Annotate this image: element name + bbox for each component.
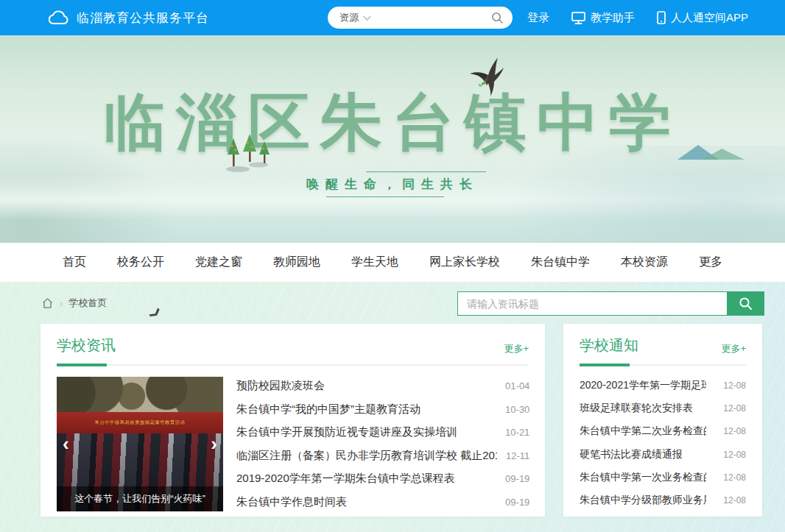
notice-title: 朱台镇中学分级部教师业务展 (580, 494, 706, 507)
brush-stroke-decoration: 》 (147, 306, 166, 324)
news-title: 预防校园欺凌班会 (236, 379, 325, 393)
nav-item-home[interactable]: 首页 (63, 255, 86, 270)
login-link[interactable]: 登录 (527, 11, 549, 25)
search-category-label: 资源 (339, 11, 359, 24)
nav-item-zhutai-school[interactable]: 朱台镇中学 (531, 255, 590, 270)
slogan-line-top (366, 171, 486, 172)
school-banner: 临淄区朱台镇中学 唤醒生命，同生共长 (0, 35, 785, 243)
news-title: 朱台镇中学开展预防近视专题讲座及实操培训 (236, 425, 457, 439)
breadcrumb: › 学校首页 (41, 297, 107, 310)
notice-item[interactable]: 硬笔书法比赛成绩通报 12-08 (580, 448, 746, 461)
breadcrumb-current: 学校首页 (68, 297, 107, 310)
school-news-panel: 学校资讯 更多+ 朱台中学移风易俗禁放烟花爆竹教育活动 ‹ › 这个春节，让我们… (41, 324, 545, 517)
school-name-title: 临淄区朱台镇中学 (0, 81, 785, 165)
trees-illustration (223, 132, 272, 177)
news-title: 2019-2020学年第一学期朱台镇中学总课程表 (236, 472, 455, 486)
notice-title: 班级足球联赛轮次安排表 (580, 402, 693, 415)
page: 临淄教育公共服务平台 资源 登录 教学助手 (0, 0, 785, 532)
main-navigation: 首页 校务公开 党建之窗 教师园地 学生天地 网上家长学校 朱台镇中学 本校资源… (0, 243, 785, 282)
news-date: 10-21 (505, 427, 529, 438)
news-search-input[interactable] (457, 291, 727, 316)
news-item[interactable]: 朱台镇中学开展预防近视专题讲座及实操培训 10-21 (236, 425, 529, 439)
news-search-bar (457, 291, 764, 316)
notice-date: 12-08 (723, 495, 746, 506)
cloud-icon (49, 10, 69, 25)
notice-item[interactable]: 班级足球联赛轮次安排表 12-08 (580, 402, 746, 415)
news-date: 09-19 (505, 473, 529, 484)
carousel-photo-trees (57, 377, 223, 412)
notice-date: 12-08 (723, 380, 746, 391)
nav-item-party-window[interactable]: 党建之窗 (195, 255, 242, 270)
notice-item[interactable]: 2020-2021学年第一学期足球 12-08 (580, 379, 746, 392)
news-search-button[interactable] (727, 291, 764, 316)
content-area: › 学校首页 》 学校资讯 更多+ 朱台中学移风易俗禁放烟花爆竹 (0, 282, 785, 532)
notice-item[interactable]: 朱台镇中学第一次业务检查的 12-08 (580, 471, 746, 484)
news-item[interactable]: 预防校园欺凌班会 01-04 (236, 379, 529, 393)
search-icon (739, 297, 753, 311)
top-bar: 临淄教育公共服务平台 资源 登录 教学助手 (0, 0, 785, 35)
notice-title: 2020-2021学年第一学期足球 (580, 379, 706, 392)
breadcrumb-separator-icon: › (60, 298, 63, 309)
news-title: 临淄区注册（备案）民办非学历教育培训学校 截止2019 (236, 449, 497, 463)
slogan-line-bottom (326, 196, 444, 197)
news-item[interactable]: 朱台镇中学作息时间表 09-19 (236, 495, 529, 509)
nav-item-school-resources[interactable]: 本校资源 (621, 255, 668, 270)
news-date: 10-30 (505, 404, 529, 415)
news-date: 09-19 (505, 497, 529, 508)
login-label: 登录 (527, 11, 549, 25)
platform-title: 临淄教育公共服务平台 (77, 10, 209, 26)
notice-date: 12-08 (723, 450, 746, 460)
nav-item-student-world[interactable]: 学生天地 (351, 255, 398, 270)
notice-more-link[interactable]: 更多+ (721, 342, 746, 355)
notice-date: 12-08 (723, 472, 746, 483)
news-panel-body: 朱台中学移风易俗禁放烟花爆竹教育活动 ‹ › 这个春节，让我们告别“火药味” 预… (57, 377, 529, 511)
top-search-bar[interactable]: 资源 (328, 7, 513, 29)
nav-item-school-affairs[interactable]: 校务公开 (117, 255, 164, 270)
notice-panel-header: 学校通知 更多+ (580, 336, 746, 366)
nav-item-parent-school[interactable]: 网上家长学校 (429, 255, 500, 270)
school-notice-panel: 学校通知 更多+ 2020-2021学年第一学期足球 12-08 班级足球联赛轮… (563, 324, 762, 517)
monitor-icon (571, 12, 585, 24)
news-item[interactable]: 临淄区注册（备案）民办非学历教育培训学校 截止2019 12-11 (236, 449, 529, 463)
search-icon[interactable] (491, 12, 504, 24)
notice-date: 12-08 (723, 426, 746, 436)
school-slogan: 唤醒生命，同生共长 (0, 176, 785, 193)
news-title: 朱台镇中学作息时间表 (236, 495, 347, 509)
news-list: 预防校园欺凌班会 01-04 朱台镇中学“我的中国梦”主题教育活动 10-30 … (236, 377, 529, 511)
mountain-illustration (676, 142, 746, 163)
teaching-assistant-link[interactable]: 教学助手 (571, 11, 635, 25)
teaching-assistant-label: 教学助手 (591, 11, 635, 25)
platform-logo[interactable]: 临淄教育公共服务平台 (49, 0, 209, 35)
carousel-prev-icon[interactable]: ‹ (63, 433, 69, 453)
top-links: 登录 教学助手 人人通空间APP (527, 0, 748, 35)
search-category-select[interactable]: 资源 (339, 11, 369, 24)
notice-title: 朱台镇中学第一次业务检查的 (580, 471, 706, 484)
nav-item-more[interactable]: 更多 (699, 255, 722, 270)
news-panel-header: 学校资讯 更多+ (57, 336, 529, 366)
news-date: 01-04 (505, 380, 529, 391)
home-icon[interactable] (41, 297, 54, 309)
notice-panel-title: 学校通知 (580, 336, 638, 355)
news-date: 12-11 (506, 450, 529, 461)
notice-date: 12-08 (723, 403, 746, 414)
carousel-caption: 这个春节，让我们告别“火药味” (57, 486, 223, 511)
nav-item-teacher-garden[interactable]: 教师园地 (273, 255, 320, 270)
notice-title: 朱台镇中学第二次业务检查的 (580, 425, 706, 438)
notice-title: 硬笔书法比赛成绩通报 (580, 448, 683, 461)
news-carousel[interactable]: 朱台中学移风易俗禁放烟花爆竹教育活动 ‹ › 这个春节，让我们告别“火药味” (57, 377, 223, 511)
news-title: 朱台镇中学“我的中国梦”主题教育活动 (236, 402, 420, 416)
space-app-link[interactable]: 人人通空间APP (657, 11, 748, 25)
chevron-down-icon (363, 13, 371, 21)
phone-icon (657, 11, 666, 24)
notice-list: 2020-2021学年第一学期足球 12-08 班级足球联赛轮次安排表 12-0… (580, 376, 746, 511)
news-more-link[interactable]: 更多+ (504, 342, 529, 355)
photo-banner-text: 朱台中学移风易俗禁放烟花爆竹教育活动 (95, 419, 186, 426)
carousel-photo-banner: 朱台中学移风易俗禁放烟花爆竹教育活动 (57, 412, 223, 433)
notice-item[interactable]: 朱台镇中学第二次业务检查的 12-08 (580, 425, 746, 438)
notice-item[interactable]: 朱台镇中学分级部教师业务展 12-08 (580, 494, 746, 507)
news-item[interactable]: 朱台镇中学“我的中国梦”主题教育活动 10-30 (236, 402, 529, 416)
news-item[interactable]: 2019-2020学年第一学期朱台镇中学总课程表 09-19 (236, 472, 529, 486)
space-app-label: 人人通空间APP (671, 11, 748, 25)
carousel-next-icon[interactable]: › (211, 433, 217, 453)
news-panel-title: 学校资讯 (57, 336, 116, 355)
